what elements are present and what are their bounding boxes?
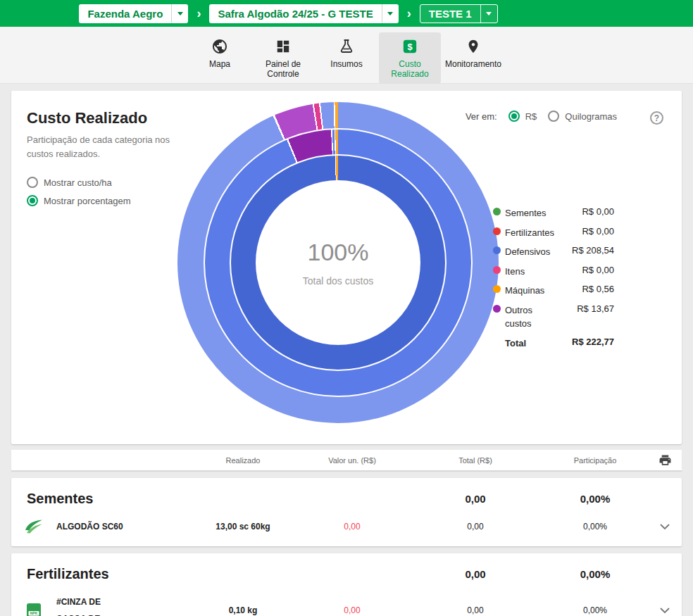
radio-label: Quilogramas: [565, 111, 617, 122]
radio-icon[interactable]: [508, 111, 520, 122]
print-button[interactable]: [648, 453, 682, 467]
chevron-down-icon[interactable]: [171, 4, 188, 23]
radio-label: Mostrar porcentagem: [44, 196, 131, 206]
group-header: Sementes 0,00 0,00%: [11, 481, 682, 513]
legend-value: R$ 0,00: [582, 265, 614, 275]
item-total: 0,00: [408, 522, 542, 532]
legend-label: Itens: [505, 265, 525, 279]
table-row: NPK #CINZA DE CASCA DE 0,10 kg 0,00 0,00…: [11, 588, 682, 616]
chart-legend: Sementes R$ 0,00 Fertilizantes R$ 0,00 D…: [493, 206, 614, 356]
item-realized: 0,10 kg: [190, 605, 296, 615]
globe-icon: [211, 37, 228, 56]
farm-selector[interactable]: Fazenda Aegro: [79, 4, 188, 23]
legend-total-label: Total: [505, 337, 526, 351]
radio-label: R$: [525, 111, 537, 122]
tab-painel-de-controle[interactable]: Painel de Controle: [252, 32, 314, 84]
svg-text:NPK: NPK: [30, 611, 38, 615]
harvest-selector-label: Safra Algodão 24/25 - G TESTE: [209, 4, 381, 23]
legend-item-sementes: Sementes R$ 0,00: [493, 206, 614, 220]
radio-mostrar-porcentagem[interactable]: Mostrar porcentagem: [27, 195, 131, 206]
help-icon[interactable]: ?: [650, 111, 663, 125]
tab-mapa[interactable]: Mapa: [189, 32, 251, 73]
item-unit-value: 0,00: [296, 605, 408, 615]
cost-chart-card: Custo Realizado Participação de cada cat…: [11, 91, 682, 444]
tab-label: Painel de Controle: [256, 59, 310, 80]
tab-label: Monitoramento: [445, 59, 501, 69]
cost-table-header: Realizado Valor un. (R$) Total (R$) Part…: [11, 450, 682, 471]
legend-value: R$ 208,54: [572, 245, 614, 256]
legend-label: Defensivos: [505, 245, 550, 259]
group-title: Fertilizantes: [11, 566, 190, 582]
donut-center: 100% Total dos custos: [256, 180, 420, 345]
donut-center-label: Total dos custos: [303, 275, 373, 287]
tab-label: Insumos: [330, 59, 362, 69]
legend-dot: [493, 285, 501, 293]
item-participation: 0,00%: [542, 605, 648, 615]
field-selector[interactable]: TESTE 1: [420, 4, 498, 23]
item-participation: 0,00%: [542, 522, 648, 532]
breadcrumb-separator-icon: ›: [196, 7, 201, 20]
radio-icon[interactable]: [27, 177, 38, 188]
svg-text:$: $: [407, 42, 412, 52]
harvest-selector[interactable]: Safra Algodão 24/25 - G TESTE: [209, 4, 398, 23]
radio-mostrar-custo-ha[interactable]: Mostrar custo/ha: [27, 177, 131, 188]
legend-total: Total R$ 222,77: [493, 337, 614, 351]
legend-item-outros-custos: Outros custos R$ 13,67: [493, 303, 614, 331]
expand-row-button[interactable]: [648, 524, 682, 530]
tab-custo-realizado[interactable]: $ Custo Realizado: [379, 32, 441, 84]
chart-subtitle: Participação de cada categoria nos custo…: [27, 133, 171, 161]
flask-icon: [338, 37, 355, 56]
tab-insumos[interactable]: Insumos: [316, 32, 377, 73]
group-header: Fertilizantes 0,00 0,00%: [11, 556, 682, 588]
column-valor-unitario: Valor un. (R$): [296, 456, 408, 465]
field-selector-label: TESTE 1: [420, 5, 480, 23]
donut-chart: 100% Total dos custos: [177, 102, 499, 423]
breadcrumb: Fazenda Aegro › Safra Algodão 24/25 - G …: [79, 4, 497, 23]
dollar-icon: $: [402, 37, 418, 56]
table-row: ALGODÃO SC60 13,00 sc 60kg 0,00 0,00 0,0…: [11, 513, 682, 539]
breadcrumb-separator-icon: ›: [407, 7, 411, 20]
expand-row-button[interactable]: [648, 608, 682, 614]
group-title: Sementes: [11, 491, 190, 507]
item-name: #CINZA DE CASCA DE: [56, 593, 130, 616]
dashboard-icon: [275, 37, 291, 56]
column-participacao: Participação: [542, 456, 648, 465]
legend-label: Máquinas: [505, 284, 544, 298]
display-mode-options: Mostrar custo/ha Mostrar porcentagem: [27, 177, 131, 206]
farm-selector-label: Fazenda Aegro: [79, 4, 171, 23]
legend-value: R$ 0,00: [582, 206, 614, 217]
tab-label: Custo Realizado: [383, 59, 437, 80]
legend-dot: [493, 266, 501, 274]
item-name: ALGODÃO SC60: [56, 518, 130, 535]
group-card-fertilizantes: Fertilizantes 0,00 0,00% NPK #CINZA DE C…: [11, 553, 682, 616]
legend-value: R$ 0,56: [582, 284, 614, 294]
radio-reais[interactable]: R$: [508, 111, 537, 122]
column-total: Total (R$): [408, 456, 542, 465]
legend-label: Fertilizantes: [505, 226, 554, 240]
tab-monitoramento[interactable]: Monitoramento: [442, 32, 504, 73]
chevron-down-icon[interactable]: [480, 5, 497, 23]
map-pin-icon: [466, 37, 481, 56]
radio-quilogramas[interactable]: Quilogramas: [548, 111, 617, 122]
group-total: 0,00: [408, 568, 542, 580]
group-participation: 0,00%: [542, 493, 648, 505]
group-card-sementes: Sementes 0,00 0,00% ALGODÃO SC60 13,00 s…: [11, 478, 682, 546]
legend-value: R$ 13,67: [577, 303, 614, 314]
top-bar: Fazenda Aegro › Safra Algodão 24/25 - G …: [0, 0, 693, 27]
fertilizer-icon: NPK: [11, 603, 56, 616]
item-realized: 13,00 sc 60kg: [190, 522, 296, 532]
legend-dot: [493, 227, 501, 235]
chevron-down-icon[interactable]: [382, 4, 399, 23]
legend-label: Outros custos: [505, 303, 561, 331]
legend-dot: [493, 208, 501, 215]
donut-center-value: 100%: [308, 239, 369, 266]
legend-item-itens: Itens R$ 0,00: [493, 265, 614, 279]
main-tabs: Mapa Painel de Controle Insumos $ Custo …: [0, 27, 693, 84]
radio-icon[interactable]: [548, 111, 559, 122]
column-realizado: Realizado: [190, 456, 296, 465]
legend-dot: [493, 305, 501, 313]
radio-label: Mostrar custo/ha: [44, 177, 112, 188]
legend-label: Sementes: [505, 206, 547, 220]
radio-icon[interactable]: [27, 195, 38, 206]
tab-label: Mapa: [209, 59, 230, 69]
